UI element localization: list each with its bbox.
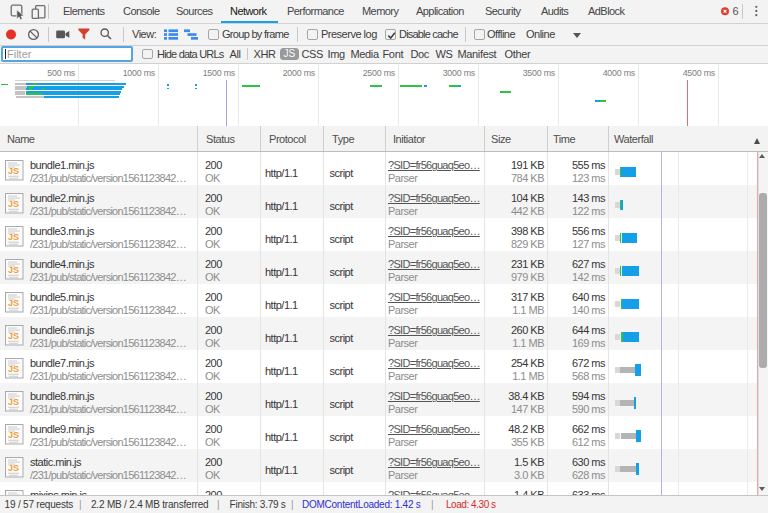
svg-text:JS: JS xyxy=(8,364,19,374)
svg-text:JS: JS xyxy=(8,232,19,242)
svg-text:JS: JS xyxy=(8,298,19,308)
svg-text:JS: JS xyxy=(8,430,19,440)
svg-text:JS: JS xyxy=(8,463,19,473)
svg-text:JS: JS xyxy=(8,331,19,341)
svg-text:JS: JS xyxy=(8,166,19,176)
svg-text:JS: JS xyxy=(8,265,19,275)
svg-text:JS: JS xyxy=(8,199,19,209)
svg-text:JS: JS xyxy=(8,397,19,407)
